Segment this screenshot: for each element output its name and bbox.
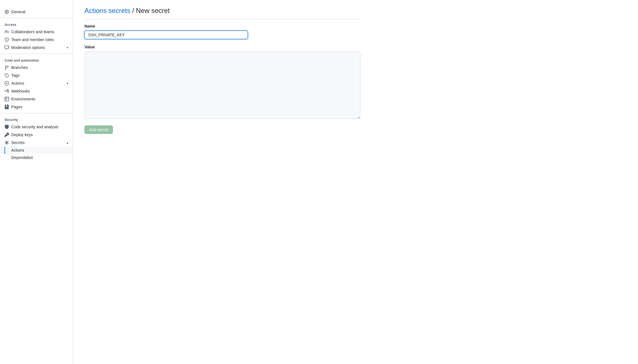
sidebar-item-collaborators[interactable]: Collaborators and teams <box>0 28 73 36</box>
sidebar-subitem-actions-label: Actions <box>11 148 24 152</box>
comment-icon <box>5 45 9 50</box>
sidebar-section-top: General <box>0 6 73 18</box>
sidebar-item-deploy-keys-label: Deploy keys <box>11 132 33 137</box>
sidebar-item-pages[interactable]: Pages <box>0 103 73 111</box>
breadcrumb-separator: / New secret <box>132 7 169 14</box>
asterisk-icon <box>5 140 9 145</box>
name-form-group: Name <box>84 24 360 39</box>
sidebar-item-secrets[interactable]: Secrets ▴ <box>0 139 73 147</box>
name-label: Name <box>84 24 360 28</box>
breadcrumb-link[interactable]: Actions secrets <box>84 7 130 14</box>
secrets-chevron-icon: ▴ <box>67 141 68 145</box>
sidebar-item-code-security[interactable]: Code security and analysis <box>0 123 73 131</box>
sidebar-item-environments[interactable]: Environments <box>0 95 73 103</box>
sidebar-section-access-label: Access <box>0 21 73 28</box>
sidebar-section-security-label: Security <box>0 116 73 123</box>
sidebar-item-moderation[interactable]: Moderation options ▾ <box>0 44 73 51</box>
sidebar-item-team-roles-label: Team and member roles <box>11 37 54 42</box>
actions-chevron-icon: ▾ <box>67 82 68 85</box>
sidebar-subitem-dependabot-label: Dependabot <box>11 155 33 160</box>
shield-badge-icon <box>5 37 9 42</box>
page-title: Actions secrets / New secret <box>84 7 360 19</box>
sidebar-item-pages-label: Pages <box>11 105 23 109</box>
sidebar-item-tags[interactable]: Tags <box>0 71 73 79</box>
play-icon <box>5 81 9 86</box>
sidebar-item-environments-label: Environments <box>11 97 35 101</box>
sidebar-subitem-dependabot[interactable]: Dependabot <box>0 154 73 161</box>
name-input[interactable] <box>84 31 248 39</box>
sidebar-item-collaborators-label: Collaborators and teams <box>11 30 54 34</box>
sidebar-item-code-security-label: Code security and analysis <box>11 125 58 129</box>
value-textarea[interactable] <box>84 51 360 119</box>
sidebar-item-secrets-label: Secrets <box>11 140 24 145</box>
value-label: Value <box>84 45 360 49</box>
sidebar-item-deploy-keys[interactable]: Deploy keys <box>0 131 73 139</box>
sidebar-section-access: Access Collaborators and teams Team and … <box>0 18 73 54</box>
gear-icon <box>5 10 9 14</box>
value-form-group: Value <box>84 45 360 120</box>
sidebar: General Access Collaborators and teams <box>0 0 73 364</box>
sidebar-item-branches[interactable]: Branches <box>0 64 73 71</box>
file-icon <box>5 105 9 109</box>
key-icon <box>5 132 9 137</box>
sidebar-section-security: Security Code security and analysis Depl… <box>0 113 73 163</box>
shield-lock-icon <box>5 125 9 129</box>
tag-icon <box>5 73 9 78</box>
sidebar-item-general[interactable]: General <box>0 8 73 16</box>
sidebar-item-tags-label: Tags <box>11 73 20 78</box>
table-icon <box>5 97 9 101</box>
main-content: Actions secrets / New secret Name Value … <box>73 0 638 364</box>
sidebar-item-team-roles[interactable]: Team and member roles <box>0 36 73 44</box>
people-icon <box>5 30 9 34</box>
sidebar-item-actions-label: Actions <box>11 81 24 86</box>
sidebar-item-general-label: General <box>11 10 25 14</box>
moderation-chevron-icon: ▾ <box>67 46 68 50</box>
webhook-icon <box>5 89 9 93</box>
sidebar-subitem-actions[interactable]: Actions <box>0 147 73 154</box>
git-branch-icon <box>5 65 9 70</box>
sidebar-item-webhooks[interactable]: Webhooks <box>0 87 73 95</box>
main-content-area: Actions secrets / New secret Name Value … <box>84 7 360 134</box>
sidebar-section-code-label: Code and automation <box>0 56 73 64</box>
sidebar-item-moderation-label: Moderation options <box>11 45 45 50</box>
add-secret-button[interactable]: Add secret <box>84 125 113 134</box>
sidebar-item-webhooks-label: Webhooks <box>11 89 30 93</box>
sidebar-section-code-automation: Code and automation Branches Tags <box>0 54 73 113</box>
sidebar-item-branches-label: Branches <box>11 65 28 70</box>
sidebar-item-actions[interactable]: Actions ▾ <box>0 79 73 87</box>
